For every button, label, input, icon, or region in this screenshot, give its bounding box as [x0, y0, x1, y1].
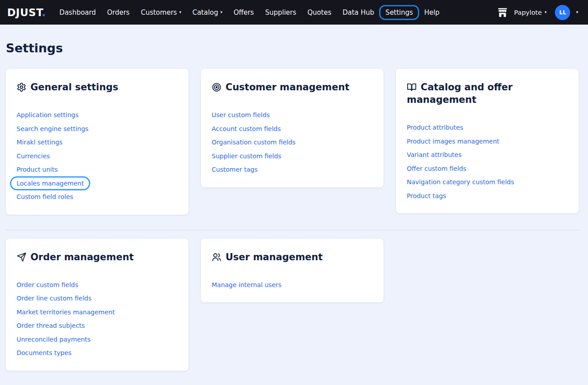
send-icon [17, 251, 30, 263]
org-name: Papylote [514, 9, 542, 16]
cards-row-1: General settings Application settings Se… [6, 69, 579, 215]
store-icon[interactable] [497, 7, 508, 18]
nav-item-data-hub[interactable]: Data Hub [342, 8, 374, 17]
avatar[interactable]: LL [555, 5, 570, 20]
link-supplier-custom-fields[interactable]: Supplier custom fields [212, 152, 281, 160]
card-user-management: User management Manage internal users [201, 239, 383, 303]
card-links: User custom fields Account custom fields… [212, 108, 373, 177]
card-title-user-management: User management [212, 251, 373, 263]
link-application-settings[interactable]: Application settings [17, 111, 79, 118]
nav-item-settings[interactable]: Settings [380, 6, 418, 19]
link-currencies[interactable]: Currencies [17, 152, 50, 160]
card-title-text: User management [226, 252, 323, 262]
nav-item-label: Customers [141, 8, 177, 17]
link-order-custom-fields[interactable]: Order custom fields [17, 281, 78, 288]
nav-item-suppliers[interactable]: Suppliers [265, 8, 296, 17]
nav-item-orders[interactable]: Orders [107, 8, 129, 17]
chevron-down-icon: ▾ [545, 10, 547, 14]
link-organisation-custom-fields[interactable]: Organisation custom fields [212, 139, 295, 146]
card-title-catalog-offer-management: Catalog and offer management [407, 81, 568, 106]
nav-item-dashboard[interactable]: Dashboard [60, 8, 96, 17]
link-custom-field-roles[interactable]: Custom field roles [17, 193, 73, 200]
top-nav: DJUST. Dashboard Orders Customers▾ Catal… [0, 0, 588, 25]
book-open-icon [407, 81, 421, 93]
link-account-custom-fields[interactable]: Account custom fields [212, 125, 281, 132]
card-title-text: Order management [30, 252, 134, 262]
card-title-general-settings: General settings [17, 81, 178, 93]
card-links: Product attributes Product images manage… [407, 121, 568, 203]
link-customer-tags[interactable]: Customer tags [212, 166, 258, 173]
nav-item-label: Catalog [192, 8, 218, 17]
gear-icon [17, 81, 30, 93]
link-offer-custom-fields[interactable]: Offer custom fields [407, 165, 466, 172]
card-links: Application settings Search engine setti… [17, 108, 178, 204]
card-title-order-management: Order management [17, 251, 178, 263]
card-title-text: Catalog and offer management [407, 82, 512, 105]
link-search-engine-settings[interactable]: Search engine settings [17, 125, 89, 132]
card-order-management: Order management Order custom fields Ord… [6, 239, 188, 371]
card-title-text: General settings [30, 82, 118, 93]
nav-item-quotes[interactable]: Quotes [307, 8, 331, 17]
nav-right: Papylote▾ LL ▾ [497, 5, 578, 20]
chevron-down-icon: ▾ [179, 10, 181, 14]
card-links: Order custom fields Order line custom fi… [17, 278, 178, 360]
link-product-attributes[interactable]: Product attributes [407, 124, 463, 131]
link-product-units[interactable]: Product units [17, 166, 58, 173]
link-documents-types[interactable]: Documents types [17, 349, 72, 356]
card-title-text: Customer management [226, 82, 349, 93]
section-divider [6, 230, 579, 230]
nav-item-help[interactable]: Help [424, 8, 439, 17]
link-manage-internal-users[interactable]: Manage internal users [212, 281, 281, 288]
nav-item-catalog[interactable]: Catalog▾ [192, 8, 222, 17]
link-order-thread-subjects[interactable]: Order thread subjects [17, 322, 85, 329]
main-nav: Dashboard Orders Customers▾ Catalog▾ Off… [60, 8, 497, 17]
cards-row-2: Order management Order custom fields Ord… [6, 239, 579, 371]
card-customer-management: Customer management User custom fields A… [201, 69, 383, 187]
users-icon [212, 251, 226, 263]
link-product-tags[interactable]: Product tags [407, 192, 446, 199]
logo-text: DJUST [7, 7, 42, 18]
target-icon [212, 81, 226, 93]
link-navigation-category-custom-fields[interactable]: Navigation category custom fields [407, 178, 514, 186]
link-order-line-custom-fields[interactable]: Order line custom fields [17, 295, 91, 302]
chevron-down-icon: ▾ [221, 10, 223, 14]
link-variant-attributes[interactable]: Variant attributes [407, 151, 461, 158]
settings-page: Settings General settings Application se… [0, 41, 588, 371]
card-title-customer-management: Customer management [212, 81, 373, 93]
link-locales-management[interactable]: Locales management [11, 178, 89, 189]
link-user-custom-fields[interactable]: User custom fields [212, 111, 270, 118]
org-switcher[interactable]: Papylote▾ [514, 9, 547, 16]
link-unreconciled-payments[interactable]: Unreconciled payments [17, 336, 90, 343]
nav-item-offers[interactable]: Offers [234, 8, 254, 17]
logo-dot: . [42, 7, 46, 18]
app-logo[interactable]: DJUST. [7, 7, 46, 18]
nav-item-customers[interactable]: Customers▾ [141, 8, 181, 17]
link-product-images-management[interactable]: Product images management [407, 138, 499, 145]
link-mirakl-settings[interactable]: Mirakl settings [17, 139, 63, 146]
page-title: Settings [6, 41, 579, 55]
card-links: Manage internal users [212, 278, 373, 292]
chevron-down-icon[interactable]: ▾ [576, 10, 578, 14]
card-catalog-offer-management: Catalog and offer management Product att… [396, 69, 579, 213]
card-general-settings: General settings Application settings Se… [6, 69, 188, 215]
link-market-territories-management[interactable]: Market territories management [17, 309, 115, 316]
